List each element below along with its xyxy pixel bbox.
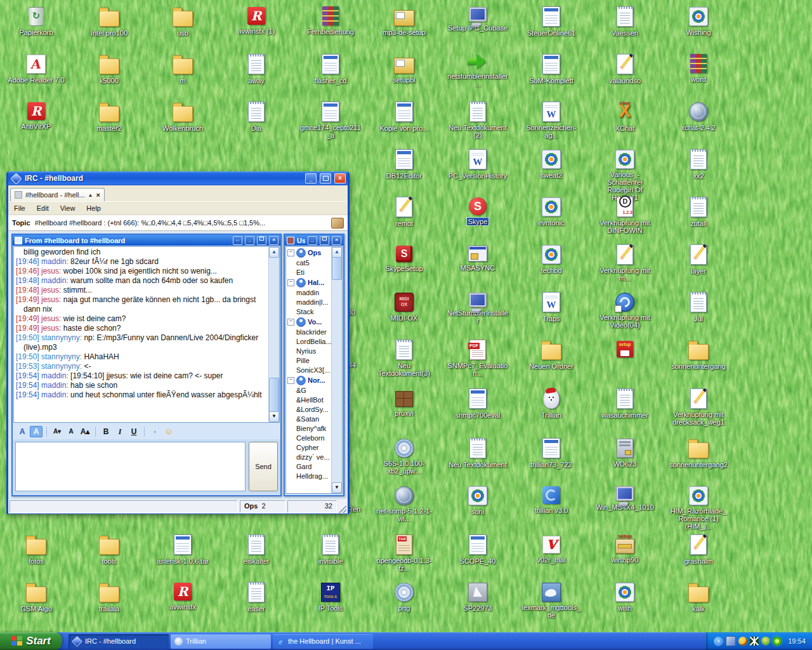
tray-shield-icon[interactable] [761,637,770,646]
desktop-icon-trillian[interactable]: Trillian [520,387,583,420]
collapse-icon[interactable]: − [287,319,294,326]
desktop-icon-xchat[interactable]: XChat [593,100,657,133]
tray-window-icon[interactable] [726,636,736,646]
task-button-trillian[interactable]: Trillian [171,634,271,649]
user-item-cat5[interactable]: cat5 [287,258,332,268]
desktop-icon-lexmark-mgttools-de[interactable]: lexmark_mgttools_de [520,581,583,620]
chat-minimize-button[interactable]: _ [245,236,254,245]
bold-button[interactable]: B [100,426,112,437]
user-item-blackrider[interactable]: blackrider [287,328,332,337]
desktop-icon-skype[interactable]: Skype [446,196,509,227]
user-item-sonicx3[interactable]: SonicX3[... [287,366,332,375]
user-item-pille[interactable]: Pille [287,356,332,366]
user-group-nor[interactable]: −Nor... [287,375,332,386]
scroll-down-icon[interactable]: ▼ [269,411,279,422]
desktop-icon-winzip90[interactable]: winzip90 [593,533,657,565]
user-item-lordbelia[interactable]: LordBelia... [287,337,332,347]
desktop-icon-verkn-pfung-mit-dinfowin[interactable]: Verknüpfung mit DINFOWIN [593,196,657,235]
desktop-icon-opengeodb-0-1-3-tz[interactable]: opengeodb-0.1.3-tz... [372,533,436,573]
user-item-nyrius[interactable]: Nyrius [287,347,332,356]
desktop-icon-snmpc7-evaluation[interactable]: SNMPc7_Evaluation... [446,338,509,378]
desktop-icon-win-ms4x4-1010[interactable]: Win_MS4X4_1010 [593,484,657,512]
desktop-icon-invisible[interactable]: invisible [299,533,362,566]
desktop-icon-him-razorblade-romance-1-him[interactable]: HIM_Razorblade_Romance (1) (HIM_)... [667,484,730,531]
close-button[interactable]: × [334,173,346,183]
tab-pin-icon[interactable]: ▲ [88,192,93,198]
desktop-icon-neu-textdokument-3[interactable]: Neu Textdokument(3) [372,338,436,378]
desktop-icon-away[interactable]: away [225,53,288,86]
desktop-icon-techbd[interactable]: techbd [520,243,583,275]
send-button[interactable]: Send [249,442,278,491]
extra-format-button[interactable]: ▪ [148,426,161,437]
desktop-icon-db12editor[interactable]: DB12Editor [372,148,436,181]
desktop-icon-traps[interactable]: Traps [520,291,583,324]
chat-close-button[interactable]: × [269,236,278,245]
users-minimize-button[interactable]: _ [308,236,317,245]
desktop-icon-floppy-setup[interactable] [593,338,657,357]
desktop-icon-ip-tools[interactable]: IP Tools [299,581,362,613]
chat-window-titlebar[interactable]: From #hellboard to #hellboard ← _ × [13,235,280,246]
users-scrollbar[interactable]: ▲ ▼ [331,247,342,493]
desktop-icon-v02r-trial[interactable]: v02r_trial [520,533,583,565]
desktop-icon-papierkorb[interactable]: Papierkorb [4,5,68,37]
scroll-up-icon[interactable]: ▲ [269,247,279,258]
users-close-button[interactable]: × [332,236,341,245]
chat-maximize-button[interactable] [257,236,266,245]
chat-scroll-thumb[interactable] [269,378,279,412]
desktop-icon-netstumblerinstaller[interactable]: NetStumblerInstaller [446,291,509,326]
user-item-celeborn[interactable]: Celeborn [287,434,332,443]
menu-help[interactable]: Help [81,203,107,213]
minimize-button[interactable]: _ [305,173,317,183]
desktop-icon-setup-ipc-cubase[interactable]: Setup IPC_Cubase [446,5,509,33]
desktop-icon-trailala[interactable]: trailala [77,581,141,614]
desktop-icon-sweat2[interactable]: sweat2 [520,148,583,180]
italic-button[interactable]: I [114,426,126,437]
desktop-icon-verkn-pfung-mit-video-04[interactable]: Verknüpfung mit Video(04) [593,291,657,330]
desktop-icon-sum-komplett[interactable]: SuM-Komplett [520,53,583,86]
desktop-icon-prtg[interactable]: prtg [372,581,436,613]
user-item-eti[interactable]: Eti [287,268,332,277]
desktop-icon-trillian73-722[interactable]: trillian73_722 [520,437,583,470]
user-group-vo[interactable]: −Vo... [287,317,332,328]
chat-back-button[interactable]: ← [233,236,242,245]
desktop-icon-eiskalter[interactable]: eiskalter [225,533,288,566]
desktop-icon-tools[interactable]: tools [77,533,141,566]
desktop-icon-kalk[interactable]: kalk [667,581,730,614]
desktop-icon-trillian-v3-0[interactable]: trillian v3.0 [520,484,583,515]
desktop-icon-jul[interactable]: Jul [667,291,730,324]
desktop-icon-sp22973[interactable]: SP22973 [446,581,509,613]
desktop-icon-snmpc700eval[interactable]: snmpc700eval [446,387,509,420]
task-button-irc-hellboard[interactable]: IRC - #hellboard [69,634,169,649]
desktop-icon-wd623[interactable]: WD623 [593,437,657,469]
font-size-button[interactable]: A▾ [51,426,63,437]
desktop-icon-kopie-von-pro[interactable]: Kopie von pro... [372,100,436,133]
desktop-icon-soni[interactable]: soni [446,484,509,517]
background-color-button[interactable]: A [30,426,43,437]
tray-radar-icon[interactable] [773,637,782,646]
desktop-icon-neuen-ordner[interactable]: Neuen Ordner [520,338,583,371]
desktop-icon-various-schattenrei-rudegirl-of-[interactable]: Various_-Schattenrei Rudegirl Of Hearts[… [593,148,657,202]
user-group-hal[interactable]: −Hal... [287,277,332,288]
desktop-icon-avwinsfx[interactable]: avwinsfx [151,581,214,612]
desktop-icon-dia[interactable]: Dia [225,100,288,133]
topic-book-icon[interactable] [331,218,344,229]
desktop-icon-grashalm[interactable]: grashalm [667,533,730,566]
chat-scrollbar[interactable]: ▲ ▼ [268,247,279,422]
desktop-icon-netstumblerinstaller[interactable]: netstumblerinstaller... [446,53,509,89]
desktop-icon-easer[interactable]: easer [225,581,288,614]
tray-starburst-icon[interactable] [750,637,759,646]
desktop-icon-valaundso[interactable]: valaundso [593,53,657,86]
desktop-icon-fotos[interactable]: fotos [4,533,68,566]
irc-titlebar[interactable]: IRC - #hellboard _ × [8,171,348,185]
message-input[interactable] [15,442,246,491]
desktop-icon-xx2[interactable]: xx2 [667,148,730,181]
desktop-icon-net-snmp-5-1-2-1-wi[interactable]: net-snmp-5.1.2-1-wi... [372,484,436,524]
desktop-icon-k5000[interactable]: k5000 [77,53,141,86]
desktop-icon-master2[interactable]: master2 [77,100,141,133]
user-item-gard[interactable]: Gard [287,462,332,472]
users-scroll-thumb[interactable] [332,257,342,280]
desktop-icon-pruxvi[interactable]: pruxvi [372,387,436,418]
desktop-icon-neu-textdokument[interactable]: Neu Textdokument [446,437,509,470]
desktop-icon-gmce174-cepto211-a[interactable]: gmce174_cepto211_a [299,100,362,140]
underline-button[interactable]: U [128,426,140,437]
